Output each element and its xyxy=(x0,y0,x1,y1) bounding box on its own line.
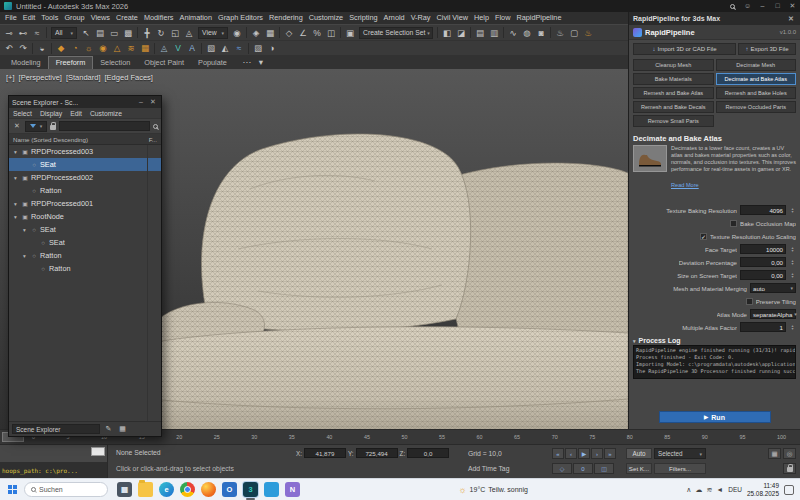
scene-node-seat[interactable]: ○SEat xyxy=(9,158,161,171)
menu-group[interactable]: Group xyxy=(61,12,87,24)
spin-down-icon[interactable]: ▾ xyxy=(791,249,793,253)
viewport-general-menu[interactable]: [+] xyxy=(6,73,15,82)
ribbon-minimize-icon[interactable]: ▾ xyxy=(254,55,268,69)
checkbox-preserve-tiling[interactable] xyxy=(746,298,753,305)
menu-flow[interactable]: Flow xyxy=(492,12,513,24)
se-menu-display[interactable]: Display xyxy=(36,110,66,117)
redo-icon[interactable]: ↷ xyxy=(16,41,30,55)
outlook-icon[interactable]: O xyxy=(222,482,237,497)
containers-icon[interactable]: ▧ xyxy=(204,41,218,55)
node-expand-icon[interactable]: ▾ xyxy=(12,214,19,220)
shapes-icon[interactable]: ◔ xyxy=(68,41,82,55)
se-search-input[interactable] xyxy=(59,121,150,131)
process-log-output[interactable]: RapidPipeline engine finished running (3… xyxy=(633,345,796,379)
taskview-icon[interactable]: ▦ xyxy=(117,482,132,497)
menu-arnold[interactable]: Arnold xyxy=(381,12,408,24)
process-log-header[interactable]: ▾ Process Log xyxy=(629,334,800,345)
minimize-button[interactable]: – xyxy=(755,0,770,12)
preset-decimate-and-bake-atlas[interactable]: Decimate and Bake Atlas xyxy=(716,73,797,85)
listener-macro-row[interactable] xyxy=(0,445,107,462)
ribbon-tab-freeform[interactable]: Freeform xyxy=(48,56,94,69)
se-menu-select[interactable]: Select xyxy=(9,110,36,117)
rapidpipeline-close-icon[interactable]: ✕ xyxy=(786,13,796,25)
node-expand-icon[interactable]: ▾ xyxy=(21,227,28,233)
spinner-deviation-percentage[interactable]: ▴▾ xyxy=(789,257,796,267)
play-button[interactable]: ▶ xyxy=(578,448,590,459)
explorer-grid-icon[interactable]: ▦ xyxy=(117,422,128,436)
close-button[interactable]: ✕ xyxy=(785,0,800,12)
lock-selection-button[interactable] xyxy=(783,463,796,474)
angle-snap-icon[interactable]: ∠ xyxy=(296,26,310,40)
select-and-move-icon[interactable]: ╋ xyxy=(140,26,154,40)
folder-icon[interactable] xyxy=(138,482,153,497)
layer-explorer-icon[interactable]: ▥ xyxy=(487,26,501,40)
auto-key-button[interactable]: Auto xyxy=(626,448,652,459)
input-multiple-atlas-factor[interactable]: 1 xyxy=(740,322,786,332)
preset-decimate-mesh[interactable]: Decimate Mesh xyxy=(716,59,797,71)
taskbar-weather[interactable]: ☼ 19°C Teilw. sonnig xyxy=(458,485,528,495)
scene-explorer-window[interactable]: Scene Explorer - Sc... – ✕ SelectDisplay… xyxy=(8,95,162,437)
signin-user-icon[interactable]: ☺ xyxy=(740,0,755,12)
scene-node-rpdprocessed001[interactable]: ▾▣RPDProcessed001 xyxy=(9,197,161,210)
chrome-icon[interactable] xyxy=(180,482,195,497)
menu-customize[interactable]: Customize xyxy=(306,12,346,24)
keyboard-override-toggle-icon[interactable]: ▦ xyxy=(263,26,277,40)
menu-civil-view[interactable]: Civil View xyxy=(434,12,472,24)
dropdown-mesh-and-material-merging[interactable]: auto▾ xyxy=(750,283,796,293)
curve-editor-icon[interactable]: ∿ xyxy=(506,26,520,40)
arnold-toolbar-icon[interactable]: A xyxy=(185,41,199,55)
cameras-icon[interactable]: ◉ xyxy=(96,41,110,55)
quick-search-icon[interactable] xyxy=(725,0,740,12)
current-frame-field[interactable]: 0 xyxy=(573,463,593,474)
scene-node-ratton[interactable]: ○Ratton xyxy=(9,184,161,197)
bind-to-spacewarp-icon[interactable]: ≈ xyxy=(30,26,44,40)
civil-view-icon[interactable]: ◬ xyxy=(157,41,171,55)
maximize-button[interactable]: □ xyxy=(770,0,785,12)
preset-cleanup-mesh[interactable]: Cleanup Mesh xyxy=(633,59,714,71)
menu-file[interactable]: File xyxy=(2,12,20,24)
maxscript-mini-listener[interactable]: hoops_path: c:\pro... xyxy=(0,445,108,479)
x-coordinate-field[interactable]: 41,879 xyxy=(304,448,346,458)
state-sets-icon[interactable]: ▨ xyxy=(251,41,265,55)
select-by-name-icon[interactable]: ▤ xyxy=(93,26,107,40)
menu-rendering[interactable]: Rendering xyxy=(266,12,306,24)
window-crossing-icon[interactable]: ▩ xyxy=(121,26,135,40)
notes-icon[interactable]: N xyxy=(285,482,300,497)
viewport-shading-label[interactable]: [Edged Faces] xyxy=(105,73,153,82)
preset-remove-occluded-parts[interactable]: Remove Occluded Parts xyxy=(716,101,797,113)
ribbon-tab-object-paint[interactable]: Object Paint xyxy=(137,57,191,69)
menu-rapidpipeline[interactable]: RapidPipeline xyxy=(513,12,564,24)
unlink-selection-icon[interactable]: ⊷ xyxy=(16,26,30,40)
populate-tool-icon[interactable]: ◑ xyxy=(265,41,279,55)
spinner-face-target[interactable]: ▴▾ xyxy=(789,244,796,254)
select-and-scale-icon[interactable]: ◱ xyxy=(168,26,182,40)
select-and-place-icon[interactable]: ◬ xyxy=(182,26,196,40)
key-filters-button[interactable]: Filters... xyxy=(654,463,706,474)
undo-icon[interactable]: ↶ xyxy=(2,41,16,55)
network-icon[interactable]: ≋ xyxy=(706,486,712,494)
spin-down-icon[interactable]: ▾ xyxy=(791,210,793,214)
ribbon-tab-modeling[interactable]: Modeling xyxy=(4,57,48,69)
name-column-header[interactable]: Name (Sorted Descending) xyxy=(13,136,88,143)
go-to-end-button[interactable]: » xyxy=(604,448,616,459)
add-time-tag[interactable]: Add Time Tag xyxy=(468,465,509,472)
firefox-icon[interactable] xyxy=(201,482,216,497)
rapidpipeline-panel-header[interactable]: RapidPipeline for 3ds Max ✕ xyxy=(629,12,800,25)
selection-set-dropdown[interactable]: Selected ▾ xyxy=(654,448,706,459)
scene-explorer-titlebar[interactable]: Scene Explorer - Sc... – ✕ xyxy=(9,96,161,108)
run-button[interactable]: ▶ Run xyxy=(659,411,771,423)
viewport-layout-button[interactable]: ▦ xyxy=(768,448,781,459)
material-editor-icon[interactable]: ◙ xyxy=(534,26,548,40)
filter-dropdown[interactable]: ▾ xyxy=(25,121,47,132)
reference-coordinate-dropdown[interactable]: View▾ xyxy=(198,27,228,39)
input-deviation-percentage[interactable]: 0,00 xyxy=(740,257,786,267)
se-close-icon[interactable]: ✕ xyxy=(148,96,158,108)
clock[interactable]: 11:49 25.08.2025 xyxy=(747,482,779,497)
go-to-start-button[interactable]: « xyxy=(552,448,564,459)
edge-icon[interactable]: e xyxy=(159,482,174,497)
preset-remesh-and-bake-holes[interactable]: Remesh and Bake Holes xyxy=(716,87,797,99)
time-config-button[interactable]: ◫ xyxy=(594,463,614,474)
listener-script-row[interactable]: hoops_path: c:\pro... xyxy=(0,462,107,479)
schematic-view-icon[interactable]: ◍ xyxy=(520,26,534,40)
scene-node-rootnode[interactable]: ▾▣RootNode xyxy=(9,210,161,223)
